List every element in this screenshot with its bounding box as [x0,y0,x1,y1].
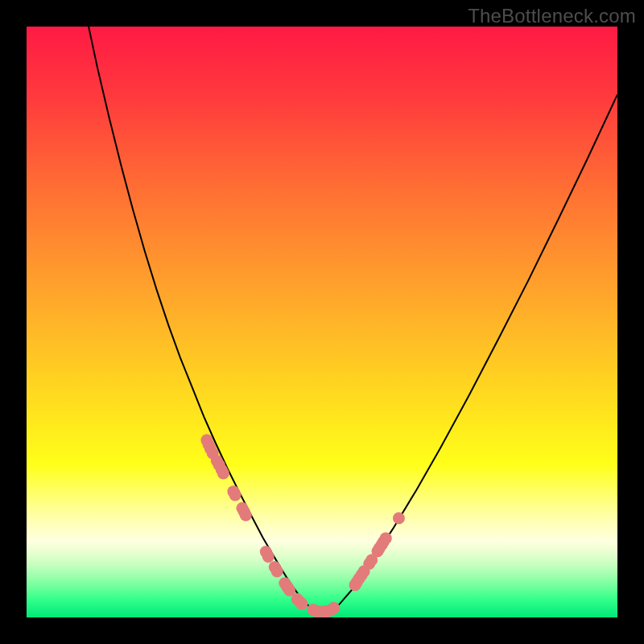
highlight-dot [296,598,308,610]
highlight-dot [271,565,283,577]
highlight-dot [262,551,275,563]
highlight-dot [240,510,252,522]
bottleneck-curve [89,27,617,612]
highlight-dot [380,532,392,544]
watermark-text: TheBottleneck.com [468,5,636,27]
highlight-dot [393,512,405,524]
outer-frame: TheBottleneck.com [0,0,644,644]
plot-area [27,27,617,617]
highlight-dot [328,602,340,614]
highlight-dot [217,467,229,479]
chart-svg [27,27,617,617]
highlight-dot [229,489,242,502]
